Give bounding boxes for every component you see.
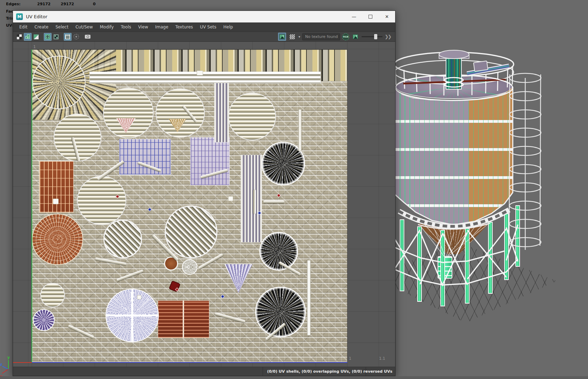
grid-label-u1: 1 [349, 356, 351, 361]
shade-uvs-icon[interactable] [72, 33, 80, 41]
uv-grid-view-icon[interactable] [15, 33, 23, 41]
v-axis-line [32, 49, 32, 363]
axis-y-label: y [7, 355, 10, 360]
hud-faces-label: Fac [6, 9, 13, 14]
menubar: Edit Create Select Cut/Sew Modify Tools … [13, 22, 395, 32]
menu-cut-sew[interactable]: Cut/Sew [72, 22, 96, 32]
rgb-channels-icon[interactable]: RGB [342, 33, 349, 40]
hud-edges-label: Edges: [6, 2, 21, 6]
menu-uv-sets[interactable]: UV Sets [196, 22, 220, 32]
maximize-button[interactable] [362, 11, 379, 22]
menu-image[interactable]: Image [152, 22, 172, 32]
dim-image-button[interactable] [351, 33, 359, 41]
menu-create[interactable]: Create [31, 22, 52, 32]
uv-snapshot-icon[interactable] [84, 33, 92, 41]
texture-dropdown-caret[interactable]: ▾ [298, 35, 300, 39]
menu-modify[interactable]: Modify [96, 22, 117, 32]
menu-edit[interactable]: Edit [16, 22, 31, 32]
uv-shells-display-icon[interactable] [24, 33, 32, 41]
axis-z-label: z [0, 362, 2, 367]
checker-glyph [17, 34, 22, 39]
hud-edges-value: 29172 [61, 2, 74, 6]
image-dim-slider[interactable] [361, 36, 383, 37]
hud-edges-value: 0 [93, 2, 96, 6]
menu-textures[interactable]: Textures [172, 22, 196, 32]
diagonal-glyph [34, 34, 39, 39]
titlebar[interactable]: M UV Editor — ✕ [13, 11, 395, 22]
window-title: UV Editor [26, 14, 47, 19]
grid-label-u1-1: 1.1 [379, 356, 385, 361]
uv-diagonal-display-icon[interactable] [32, 33, 40, 41]
checker-map-button[interactable] [288, 33, 296, 41]
menu-select[interactable]: Select [52, 22, 72, 32]
isolate-select-icon[interactable] [44, 33, 52, 41]
checker-map-icon [290, 34, 295, 39]
expand-toolbar-icon[interactable]: ❯❯ [385, 34, 391, 39]
statusbar: (0/0) UV shells, (0/0) overlapping UVs, … [13, 367, 395, 376]
minimize-button[interactable]: — [346, 11, 362, 22]
border-dots-glyph [45, 34, 50, 39]
camera-glyph [85, 35, 90, 39]
isolate-view-icon[interactable] [52, 33, 60, 41]
menu-view[interactable]: View [135, 22, 151, 32]
border-dots-dim-glyph [54, 34, 59, 39]
maya-logo-icon: M [16, 13, 23, 20]
slider-handle[interactable] [374, 34, 377, 39]
uv-editor-window: M UV Editor — ✕ Edit Create Select Cut/S… [13, 11, 396, 376]
maya-application: Edges: 29172 29172 0 Fac Tris UVs y z x … [0, 0, 588, 379]
toolbar: ▾ No texture found RGB ❯❯ [13, 32, 395, 42]
hud-edges-value: 29172 [37, 2, 50, 6]
grid-label-v1: 1 [33, 45, 36, 49]
close-button[interactable]: ✕ [379, 11, 395, 22]
grid-glyph [65, 34, 70, 39]
dashed-circle-glyph [74, 34, 79, 39]
bottom-strip [0, 376, 588, 379]
pixel-grid-icon[interactable] [64, 33, 72, 41]
menu-tools[interactable]: Tools [117, 22, 135, 32]
image-icon [353, 34, 358, 39]
image-icon [279, 34, 285, 39]
menu-help[interactable]: Help [220, 22, 236, 32]
shells-glyph [25, 34, 30, 39]
uv-shell-stats: (0/0) UV shells, (0/0) overlapping UVs, … [267, 369, 392, 374]
u-axis-line [13, 362, 32, 363]
texture-name-field[interactable]: No texture found [302, 33, 340, 40]
uv-canvas[interactable]: 1 1 1.1 [13, 42, 395, 367]
uv-tile-border [32, 49, 347, 363]
display-image-button[interactable] [278, 33, 286, 41]
maximize-icon [369, 15, 372, 19]
selected-border-edge [32, 362, 347, 363]
